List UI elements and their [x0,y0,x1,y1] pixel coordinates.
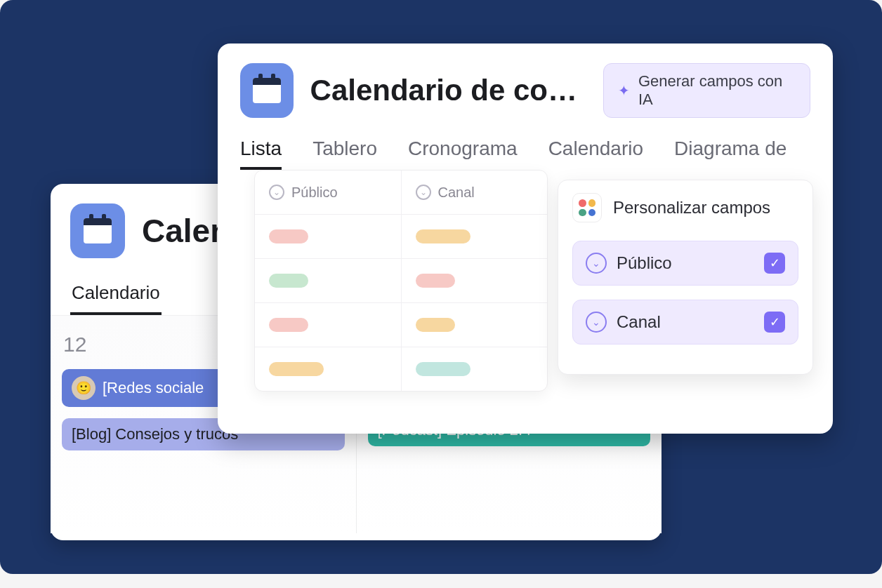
tab-calendario[interactable]: Calendario [548,138,643,170]
value-pill [269,229,308,243]
grid-cell[interactable] [402,303,548,347]
tab-tablero[interactable]: Tablero [312,138,377,170]
canvas-background: Calen Calendario 12 🙂 [Redes sociale [Bl… [0,0,882,574]
column-header-publico[interactable]: ⌄ Público [255,171,402,214]
grid-cell[interactable] [255,347,402,391]
list-card-title: Calendario de con… [310,74,586,107]
grid-row [255,303,547,347]
list-card-body: ⌄ Público ⌄ Canal [218,170,833,417]
grid-cell[interactable] [255,303,402,347]
event-label: [Redes sociale [103,379,204,397]
grid-row [255,215,547,259]
customize-panel-title: Personalizar campos [613,198,770,218]
value-pill [269,362,324,376]
value-pill [269,274,308,288]
grid-cell[interactable] [255,259,402,302]
value-pill [416,318,455,332]
calendar-icon [70,203,125,258]
grid-cell[interactable] [402,215,548,258]
checkbox-checked-icon[interactable]: ✓ [764,312,785,333]
field-toggle-publico[interactable]: ⌄ Público ✓ [572,241,798,286]
grid-row [255,259,547,303]
list-card: Calendario de con… ✦ Generar campos con … [218,44,833,434]
tab-diagrama[interactable]: Diagrama de [674,138,786,170]
tab-calendario-back[interactable]: Calendario [70,276,162,315]
calendar-icon [240,63,294,118]
checkbox-checked-icon[interactable]: ✓ [764,253,785,274]
value-pill [416,274,455,288]
value-pill [416,362,470,376]
chevron-down-icon: ⌄ [586,312,607,333]
list-card-tabs: Lista Tablero Cronograma Calendario Diag… [218,138,833,170]
column-header-canal[interactable]: ⌄ Canal [402,171,548,214]
field-toggle-canal[interactable]: ⌄ Canal ✓ [572,300,798,345]
customize-panel-header: Personalizar campos [572,193,798,222]
grid-row [255,347,547,391]
customize-fields-panel: Personalizar campos ⌄ Público ✓ ⌄ Canal … [558,180,813,375]
value-pill [269,318,308,332]
column-label: Canal [438,185,475,201]
grid-cell[interactable] [402,259,548,302]
field-label: Público [617,253,672,273]
chevron-down-icon: ⌄ [269,185,284,200]
grid-cell[interactable] [255,215,402,258]
list-card-header: Calendario de con… ✦ Generar campos con … [218,63,833,118]
chevron-down-icon: ⌄ [586,253,607,274]
ai-button-label: Generar campos con IA [638,72,796,109]
calendar-card-title: Calen [142,212,230,250]
sparkle-icon: ✦ [618,83,630,98]
field-value-grid: ⌄ Público ⌄ Canal [254,170,548,392]
grid-cell[interactable] [402,347,548,391]
field-label: Canal [617,312,661,332]
tab-cronograma[interactable]: Cronograma [408,138,518,170]
generate-fields-ai-button[interactable]: ✦ Generar campos con IA [603,63,810,118]
chevron-down-icon: ⌄ [416,185,431,200]
avatar: 🙂 [72,376,96,400]
value-pill [416,229,470,243]
event-label: [Blog] Consejos y trucos [72,425,238,443]
column-label: Público [291,185,338,201]
fields-multicolor-icon [572,193,602,222]
tab-lista[interactable]: Lista [240,138,282,170]
grid-header-row: ⌄ Público ⌄ Canal [255,171,547,215]
